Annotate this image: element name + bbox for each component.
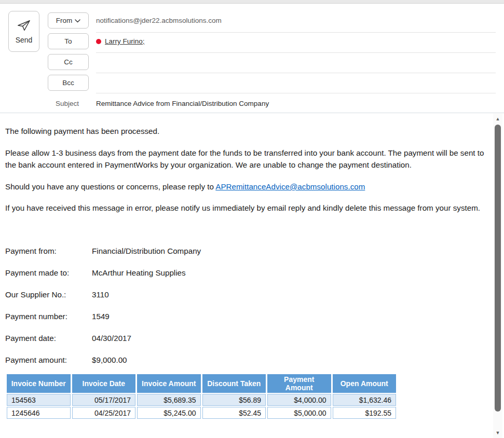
cell-invoice-amount: $5,689.35 [137,394,201,406]
to-button[interactable]: To [48,33,89,49]
scroll-down-arrow-icon[interactable]: ▼ [493,429,502,437]
from-button-label: From [56,17,73,24]
invoice-table: Invoice Number Invoice Date Invoice Amou… [5,373,398,420]
presence-busy-icon [96,39,101,44]
body-paragraph-3: Should you have any questions or concern… [5,181,491,193]
window-top-strip [0,0,504,4]
send-button[interactable]: Send [8,11,39,52]
message-body[interactable]: The following payment has been processed… [0,113,493,438]
detail-label: Our Supplier No.: [5,289,92,300]
cc-button[interactable]: Cc [48,54,89,70]
from-address-field[interactable]: notifications@jder22.acbmsolutions.com [96,17,222,24]
detail-value: Financial/Distribution Company [92,245,201,257]
to-field-divider[interactable] [96,52,496,53]
scrollbar-thumb[interactable] [495,125,501,412]
detail-row-payment-number: Payment number: 1549 [5,310,493,322]
cell-invoice-number: 154563 [7,394,71,406]
col-header-discount-taken: Discount Taken [202,374,266,393]
body-paragraph-1: The following payment has been processed… [5,125,491,137]
recipient-name: Larry Furino; [105,37,145,45]
col-header-payment-amount: Payment Amount [267,374,331,393]
col-header-invoice-amount: Invoice Amount [137,374,201,393]
recipient-pill[interactable]: Larry Furino; [96,37,145,45]
cell-invoice-date: 05/17/2017 [72,394,136,406]
detail-label: Payment date: [5,332,92,344]
detail-value: 3110 [92,289,109,300]
detail-row-payment-from: Payment from: Financial/Distribution Com… [5,245,493,257]
cell-discount-taken: $56.89 [202,394,266,406]
subject-field[interactable]: Remittance Advice from Financial/Distrib… [96,100,269,107]
cell-invoice-number: 1245646 [7,407,71,419]
bcc-field-input[interactable] [96,93,496,93]
detail-row-payment-date: Payment date: 04/30/2017 [5,332,493,344]
detail-label: Payment amount: [5,354,92,366]
detail-row-payment-amount: Payment amount: $9,000.00 [5,354,493,366]
cc-field-input[interactable] [96,73,496,73]
detail-row-payment-made-to: Payment made to: McArthur Heating Suppli… [5,267,493,279]
chevron-down-icon [75,19,80,23]
send-paper-plane-icon [16,19,32,32]
bcc-button[interactable]: Bcc [48,75,89,91]
cell-open-amount: $1,632.46 [333,394,397,406]
payment-details: Payment from: Financial/Distribution Com… [5,245,493,366]
invoice-table-header-row: Invoice Number Invoice Date Invoice Amou… [7,374,396,393]
bcc-button-label: Bcc [62,79,74,87]
body-paragraph-3-text: Should you have any questions or concern… [5,182,215,191]
col-header-open-amount: Open Amount [333,374,397,393]
cc-button-label: Cc [64,58,73,66]
detail-value: $9,000.00 [92,354,127,366]
invoice-row: 154563 05/17/2017 $5,689.35 $56.89 $4,00… [7,394,396,406]
col-header-invoice-number: Invoice Number [7,374,71,393]
cell-payment-amount: $4,000.00 [267,394,331,406]
detail-label: Payment made to: [5,267,92,279]
detail-row-supplier-no: Our Supplier No.: 3110 [5,289,493,300]
detail-label: Payment from: [5,245,92,257]
vertical-scrollbar[interactable]: ▲ ▼ [493,114,502,438]
detail-value: McArthur Heating Supplies [92,267,186,279]
invoice-row: 1245646 04/25/2017 $5,245.00 $52.45 $5,0… [7,407,396,419]
reply-email-link[interactable]: APRemittanceAdvice@acbmsolutions.com [215,182,365,191]
cell-open-amount: $192.55 [333,407,397,419]
body-paragraph-4: If you have received this message in err… [5,202,491,214]
cell-invoice-amount: $5,245.00 [137,407,201,419]
to-button-label: To [64,37,72,45]
detail-label: Payment number: [5,310,92,322]
compose-header: Send From To Cc Bcc notifications@jder22… [0,4,504,113]
detail-value: 1549 [92,310,110,322]
from-button[interactable]: From [48,12,89,29]
send-button-label: Send [16,36,33,44]
subject-label: Subject [44,100,79,107]
cell-payment-amount: $5,000.00 [267,407,331,419]
body-paragraph-2: Please allow 1-3 business days from the … [5,147,491,171]
from-field-divider [96,32,496,33]
email-compose-window: Send From To Cc Bcc notifications@jder22… [0,0,504,438]
cell-discount-taken: $52.45 [202,407,266,419]
cell-invoice-date: 04/25/2017 [72,407,136,419]
col-header-invoice-date: Invoice Date [72,374,136,393]
scroll-up-arrow-icon[interactable]: ▲ [493,115,502,123]
detail-value: 04/30/2017 [92,332,131,344]
